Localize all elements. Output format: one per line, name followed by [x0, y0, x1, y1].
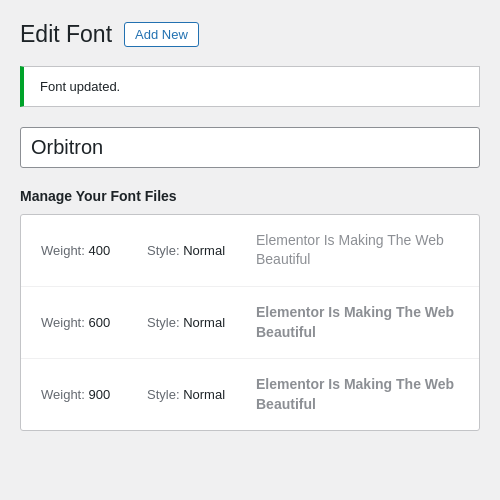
style-value: Normal [183, 387, 225, 402]
add-new-button[interactable]: Add New [124, 22, 199, 47]
section-title: Manage Your Font Files [20, 188, 480, 204]
font-preview: Elementor Is Making The Web Beautiful [248, 303, 459, 342]
weight-value: 400 [88, 243, 110, 258]
table-row: Weight: 600 Style: Normal Elementor Is M… [21, 287, 479, 359]
font-preview: Elementor Is Making The Web Beautiful [248, 375, 459, 414]
style-label: Style: Normal [147, 243, 232, 258]
page-title: Edit Font [20, 20, 112, 50]
style-label: Style: Normal [147, 387, 232, 402]
style-value: Normal [183, 315, 225, 330]
success-notice: Font updated. [20, 66, 480, 107]
weight-value: 900 [88, 387, 110, 402]
font-preview: Elementor Is Making The Web Beautiful [248, 231, 459, 270]
weight-label: Weight: 900 [41, 387, 131, 402]
table-row: Weight: 400 Style: Normal Elementor Is M… [21, 215, 479, 287]
table-row: Weight: 900 Style: Normal Elementor Is M… [21, 359, 479, 430]
font-name-input[interactable] [20, 127, 480, 168]
style-value: Normal [183, 243, 225, 258]
style-label: Style: Normal [147, 315, 232, 330]
weight-value: 600 [88, 315, 110, 330]
weight-label: Weight: 400 [41, 243, 131, 258]
weight-label: Weight: 600 [41, 315, 131, 330]
page-header: Edit Font Add New [20, 20, 480, 50]
font-files-table: Weight: 400 Style: Normal Elementor Is M… [20, 214, 480, 432]
notice-message: Font updated. [40, 79, 120, 94]
